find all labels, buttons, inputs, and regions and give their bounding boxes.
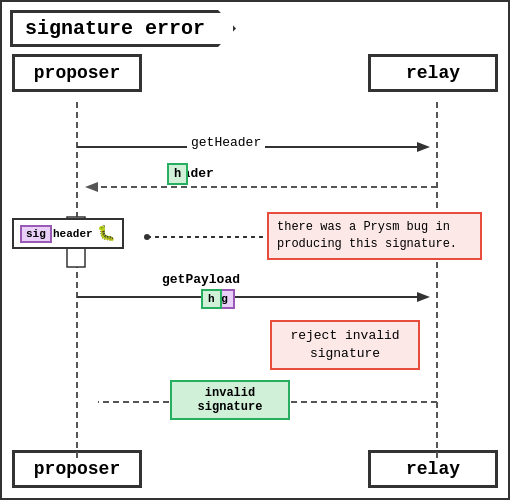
relay-bottom-box: relay: [368, 450, 498, 488]
proposer-top-box: proposer: [12, 54, 142, 92]
svg-marker-5: [85, 182, 98, 192]
prysm-note: there was a Prysm bug in producing this …: [267, 212, 482, 260]
proposer-bottom-box: proposer: [12, 450, 142, 488]
h-token-payload: h: [201, 289, 222, 309]
svg-marker-3: [417, 142, 430, 152]
h-token-header: h: [167, 163, 188, 185]
sign-header-box: sign header sig 🐛: [12, 218, 124, 249]
sig-token-sign: sig: [20, 225, 52, 243]
invalid-signature-box: invalid signature: [170, 380, 290, 420]
getHeader-label: getHeader: [187, 134, 265, 151]
title-banner: signature error: [10, 10, 236, 47]
getPayload-group: getPayload sig h: [162, 272, 240, 289]
svg-point-8: [144, 234, 150, 240]
title-text: signature error: [25, 17, 205, 40]
bug-icon: 🐛: [97, 224, 116, 243]
relay-top-box: relay: [368, 54, 498, 92]
reject-invalid-box: reject invalid signature: [270, 320, 420, 370]
getPayload-label: getPayload: [162, 272, 240, 287]
diagram-container: signature error proposer relay proposer …: [0, 0, 510, 500]
header-group: header h: [167, 166, 214, 181]
svg-marker-11: [417, 292, 430, 302]
